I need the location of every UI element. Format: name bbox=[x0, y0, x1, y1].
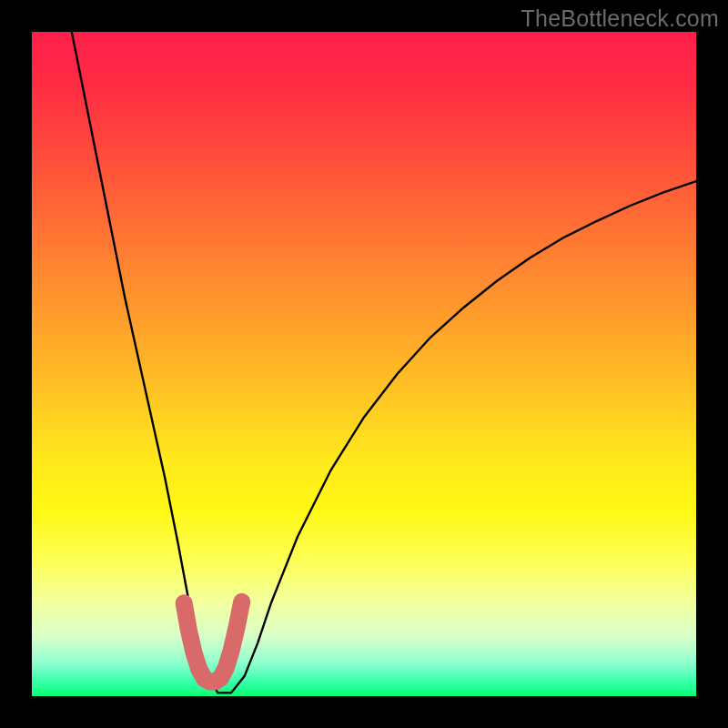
plot-area bbox=[32, 32, 696, 696]
bottleneck-curve bbox=[72, 32, 696, 693]
chart-svg bbox=[32, 32, 696, 696]
chart-frame: TheBottleneck.com bbox=[0, 0, 728, 728]
valley-marker bbox=[184, 602, 242, 682]
watermark-text: TheBottleneck.com bbox=[521, 5, 719, 32]
